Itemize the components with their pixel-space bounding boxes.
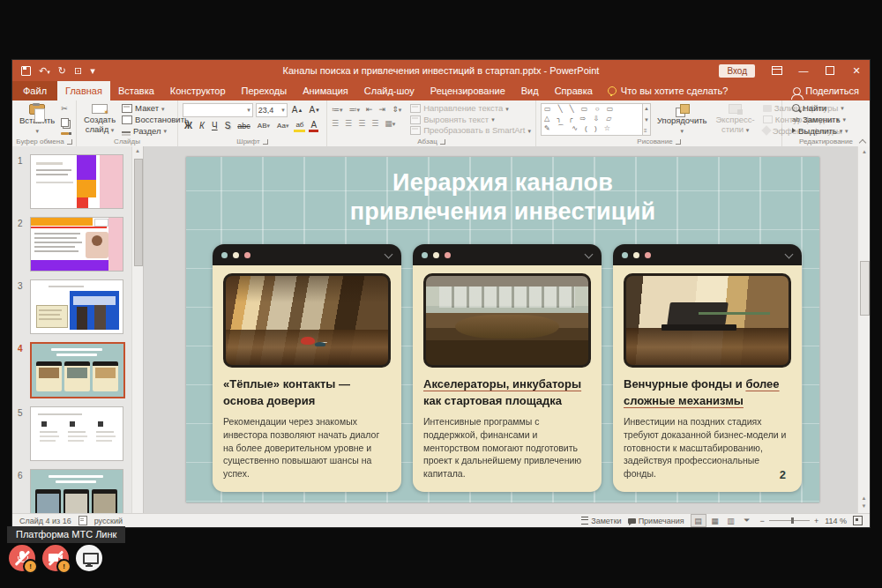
text-direction-button[interactable]: Направление текста▾ (410, 104, 531, 113)
decrease-indent-button[interactable]: ⇤ (366, 105, 373, 114)
font-color-button[interactable]: А (309, 120, 318, 132)
drawing-dialog-launcher[interactable] (676, 139, 681, 145)
increase-indent-button[interactable]: ⇥ (379, 105, 386, 114)
clipboard-dialog-launcher[interactable] (67, 139, 72, 145)
find-button[interactable]: Найти (792, 104, 846, 113)
ribbon-display-options-button[interactable] (764, 60, 790, 81)
next-slide-button[interactable]: ▼ (858, 502, 870, 511)
slide-position-indicator[interactable]: Слайд 4 из 16 (19, 517, 71, 525)
slide-sorter-view-button[interactable]: ▦ (708, 515, 722, 526)
slide-thumbnail-6[interactable]: 6 (18, 469, 129, 514)
numbering-button[interactable]: ≕▾ (349, 105, 361, 114)
slide-title[interactable]: Иерархия каналов привлечения инвестиций (186, 168, 819, 227)
zoom-level-value[interactable]: 114 % (825, 517, 847, 525)
select-button[interactable]: Выделить▾ (792, 127, 846, 136)
slide-thumbnail-3[interactable]: 3 (18, 279, 129, 334)
normal-view-button[interactable]: ▤ (691, 514, 706, 527)
sign-in-button[interactable]: Вход (719, 64, 755, 78)
tab-insert[interactable]: Вставка (110, 81, 162, 100)
shrink-font-button[interactable]: А▼ (307, 104, 322, 116)
convert-smartart-button[interactable]: Преобразовать в SmartArt▾ (410, 126, 531, 135)
shapes-gallery[interactable]: ▭ ╲ ╲ ▭ ○ ▭ △ ╮ ╭ ⇨ ⇩ ▱ ✎ ⌒ ∿ ( ) ☆ (541, 103, 643, 136)
fit-slide-to-window-button[interactable] (853, 516, 863, 525)
bold-button[interactable]: Ж (183, 120, 194, 132)
close-button[interactable]: ✕ (843, 60, 870, 81)
slide-canvas[interactable]: Иерархия каналов привлечения инвестиций (186, 157, 819, 502)
slide-thumbnail-5[interactable]: 5 (18, 406, 129, 461)
card-warm-contacts[interactable]: «Тёплые» контакты — основа доверия Реком… (213, 244, 401, 492)
undo-icon[interactable]: ↶▾ (39, 66, 50, 76)
restore-button[interactable] (817, 60, 843, 81)
save-icon[interactable] (21, 66, 31, 76)
columns-button[interactable]: ▦▾ (385, 119, 395, 128)
zoom-slider-thumb[interactable] (791, 517, 794, 524)
slideshow-view-button[interactable]: ⏷ (740, 515, 754, 526)
zoom-out-button[interactable]: − (760, 517, 765, 525)
previous-slide-button[interactable]: ▲ (858, 495, 870, 503)
start-slideshow-icon[interactable]: ⊡ (74, 66, 82, 76)
grow-font-button[interactable]: А▲ (290, 104, 305, 116)
paste-button[interactable]: Вставить ▾ (17, 103, 57, 136)
italic-button[interactable]: К (198, 120, 206, 132)
customize-qat-icon[interactable]: ▾ (90, 66, 95, 76)
slide-thumbnail-1[interactable]: 1 (18, 154, 129, 209)
slide-editor-area[interactable]: Иерархия каналов привлечения инвестиций (144, 146, 870, 514)
tell-me-box[interactable]: Что вы хотите сделать? (601, 81, 736, 100)
tab-review[interactable]: Рецензирование (422, 81, 513, 100)
align-text-button[interactable]: Выровнять текст▾ (410, 115, 531, 124)
comments-toggle[interactable]: Примечания (628, 517, 684, 525)
align-right-button[interactable]: ☰ (358, 119, 365, 128)
cut-icon[interactable]: ✂ (61, 104, 69, 113)
arrange-button[interactable]: Упорядочить ▾ (654, 103, 710, 136)
card-accelerators[interactable]: Акселераторы, инкубаторы как стартовая п… (413, 244, 602, 492)
screen-share-button[interactable] (76, 545, 102, 571)
tab-file[interactable]: Файл (12, 81, 57, 100)
card-venture-funds[interactable]: Венчурные фонды и более сложные механизм… (613, 244, 802, 492)
change-case-button[interactable]: Аа▾ (275, 120, 290, 132)
tab-view[interactable]: Вид (513, 81, 547, 100)
redo-icon[interactable]: ↻ (58, 66, 66, 76)
underline-button[interactable]: Ч (210, 120, 220, 132)
tab-design[interactable]: Конструктор (162, 81, 234, 100)
microphone-muted-button[interactable]: ! (9, 545, 35, 571)
line-spacing-button[interactable]: ⇕▾ (392, 105, 401, 114)
character-spacing-button[interactable]: АВ▾ (256, 120, 272, 132)
paragraph-dialog-launcher[interactable] (440, 139, 445, 145)
new-slide-button[interactable]: Создать слайд ▾ (81, 103, 118, 136)
tab-animations[interactable]: Анимация (295, 81, 356, 100)
tab-slideshow[interactable]: Слайд-шоу (356, 81, 422, 100)
shapes-gallery-scroll[interactable]: ▲▼≡ (643, 103, 651, 136)
spellcheck-icon[interactable] (78, 516, 87, 525)
tab-help[interactable]: Справка (547, 81, 601, 100)
text-shadow-button[interactable]: S (223, 120, 233, 132)
scrollbar-thumb[interactable] (860, 261, 870, 316)
thumbnails-scrollbar[interactable]: ▲ (131, 146, 143, 514)
scrollbar-thumb[interactable] (134, 159, 143, 266)
slide-thumbnail-4-selected[interactable]: 4 (18, 342, 129, 398)
notes-toggle[interactable]: Заметки (581, 517, 621, 525)
slide-thumbnail-2[interactable]: 2 (18, 217, 129, 272)
replace-button[interactable]: abЗаменить▾ (792, 115, 846, 124)
align-left-button[interactable]: ☰ (332, 119, 339, 128)
justify-button[interactable]: ☰ (371, 119, 378, 128)
collapse-ribbon-button[interactable] (859, 138, 866, 145)
font-size-input[interactable]: 23,4▾ (256, 103, 288, 117)
font-dialog-launcher[interactable] (263, 139, 268, 145)
minimize-button[interactable]: — (790, 60, 817, 81)
camera-off-button[interactable]: ! (42, 545, 69, 571)
highlight-color-button[interactable]: аб (294, 120, 305, 132)
zoom-slider[interactable] (769, 520, 810, 521)
tab-home[interactable]: Главная (57, 81, 110, 100)
share-button[interactable]: Поделиться (782, 81, 870, 100)
quick-styles-button[interactable]: Экспресс-стили ▾ (714, 103, 758, 136)
bullets-button[interactable]: ≔▾ (332, 105, 343, 114)
font-name-input[interactable]: ▾ (183, 103, 253, 117)
format-painter-icon[interactable] (61, 132, 69, 135)
strikethrough-button[interactable]: abc (235, 120, 252, 132)
copy-icon[interactable] (61, 118, 69, 127)
language-indicator[interactable]: русский (94, 517, 123, 525)
zoom-in-button[interactable]: + (814, 517, 818, 525)
tab-transitions[interactable]: Переходы (234, 81, 295, 100)
reading-view-button[interactable]: ▥ (724, 515, 738, 526)
align-center-button[interactable]: ☰ (345, 119, 352, 128)
